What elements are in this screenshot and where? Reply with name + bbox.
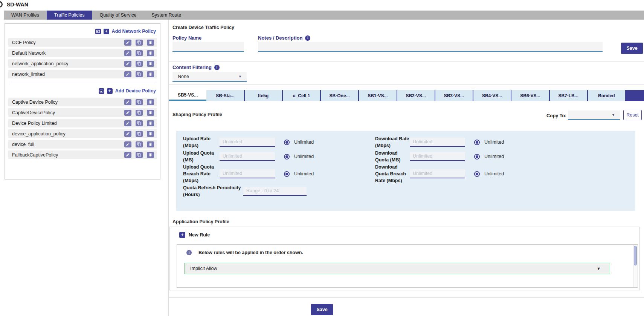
info-icon[interactable]: i	[214, 65, 220, 70]
edit-icon[interactable]	[124, 152, 131, 158]
copy-icon[interactable]	[136, 131, 143, 137]
wan-tab-ucell1[interactable]: u_Cell 1	[283, 90, 321, 101]
download-quota-breach-unlimited-option[interactable]: Unlimited	[474, 171, 504, 177]
download-quota-unlimited-option[interactable]: Unlimited	[474, 154, 504, 160]
device-policy-row[interactable]: Device Policy Limited	[8, 119, 157, 127]
radio-selected-icon[interactable]	[284, 171, 290, 177]
download-quota-breach-input[interactable]	[410, 169, 465, 178]
wan-tab-bonded[interactable]: Bonded	[588, 90, 626, 101]
upload-quota-breach-input[interactable]	[220, 169, 275, 178]
network-policy-row[interactable]: CCF Policy	[8, 38, 157, 47]
device-policy-row[interactable]: device_full	[8, 140, 157, 149]
wan-tab-sbsta[interactable]: SB-Sta...	[206, 90, 244, 101]
upload-rate-input[interactable]	[220, 138, 275, 147]
delete-icon[interactable]	[147, 141, 154, 147]
download-quota-input[interactable]	[410, 152, 465, 161]
device-policy-row[interactable]: CaptiveDevicePolicy	[8, 108, 157, 117]
delete-icon[interactable]	[147, 50, 154, 56]
add-network-policy[interactable]: + Add Network Policy	[8, 28, 156, 35]
network-policy-row[interactable]: network_limited	[8, 70, 157, 78]
import-device-policy-button[interactable]	[99, 88, 104, 94]
save-button-top[interactable]: Save	[621, 43, 643, 54]
edit-icon[interactable]	[124, 120, 131, 126]
copy-icon[interactable]	[136, 110, 143, 116]
edit-icon[interactable]	[124, 110, 131, 116]
save-button-bottom[interactable]: Save	[311, 304, 333, 315]
wan-tab-sb1[interactable]: SB1-VS...	[359, 90, 397, 101]
wan-tab-sb3[interactable]: SB3-VS...	[435, 90, 473, 101]
edit-icon[interactable]	[124, 40, 131, 46]
wan-tab-sb7[interactable]: SB7-LB...	[550, 90, 588, 101]
scrollbar-thumb[interactable]	[634, 246, 637, 265]
add-device-plus-button[interactable]: +	[107, 88, 113, 94]
new-rule-label[interactable]: New Rule	[189, 232, 210, 238]
edit-icon[interactable]	[124, 71, 131, 77]
wan-tab-sb4[interactable]: SB4-VS...	[473, 90, 511, 101]
upload-quota-input[interactable]	[220, 152, 275, 161]
tab-system-route[interactable]: System Route	[144, 11, 189, 20]
add-network-plus-button[interactable]: +	[104, 29, 109, 34]
delete-icon[interactable]	[147, 120, 154, 126]
notes-input[interactable]	[258, 42, 603, 52]
implicit-allow-select[interactable]: Implicit Allow ▼	[185, 263, 610, 274]
upload-quota-unlimited-option[interactable]: Unlimited	[284, 154, 314, 160]
edit-icon[interactable]	[124, 50, 131, 56]
network-policy-row[interactable]: network_application_policy	[8, 59, 157, 68]
wan-tab-sbone[interactable]: SB-One...	[321, 90, 359, 101]
copy-icon[interactable]	[136, 99, 143, 105]
wan-tab-sb2[interactable]: SB2-VS...	[397, 90, 435, 101]
quota-refresh-input[interactable]	[243, 187, 307, 196]
tab-traffic-policies[interactable]: Traffic Policies	[47, 11, 92, 20]
device-policy-row[interactable]: device_application_policy	[8, 129, 157, 138]
wan-tab-lte5g[interactable]: lte5g	[245, 90, 283, 101]
delete-icon[interactable]	[147, 71, 154, 77]
device-policy-row[interactable]: FallbackCaptivePolicy	[8, 150, 157, 159]
radio-selected-icon[interactable]	[474, 171, 480, 177]
upload-quota-breach-unlimited-option[interactable]: Unlimited	[284, 171, 314, 177]
edit-icon[interactable]	[124, 141, 131, 147]
info-icon[interactable]: i	[305, 35, 310, 41]
radio-selected-icon[interactable]	[474, 140, 480, 145]
delete-icon[interactable]	[147, 131, 154, 137]
edit-icon[interactable]	[124, 131, 131, 137]
policy-name-input[interactable]	[172, 42, 244, 52]
delete-icon[interactable]	[147, 99, 154, 105]
new-rule-button[interactable]: + New Rule	[179, 232, 210, 238]
delete-icon[interactable]	[147, 152, 154, 158]
rules-scrollbar[interactable]	[633, 245, 637, 287]
wan-tab-overflow-button[interactable]	[626, 90, 644, 101]
copy-icon[interactable]	[136, 120, 143, 126]
edit-icon[interactable]	[124, 99, 131, 105]
delete-icon[interactable]	[147, 110, 154, 116]
new-rule-plus-button[interactable]: +	[179, 232, 185, 238]
download-rate-unlimited-option[interactable]: Unlimited	[474, 140, 504, 145]
radio-selected-icon[interactable]	[284, 154, 290, 160]
import-network-policy-button[interactable]	[95, 29, 101, 34]
wan-tab-sb5[interactable]: SB5-VS...	[169, 90, 206, 101]
add-device-policy[interactable]: + Add Device Policy	[8, 87, 156, 95]
delete-icon[interactable]	[147, 61, 154, 67]
tab-wan-profiles[interactable]: WAN Profiles	[4, 11, 47, 20]
reset-button[interactable]: Reset	[623, 110, 642, 120]
copy-to-select[interactable]: ▼	[568, 110, 620, 120]
radio-selected-icon[interactable]	[284, 140, 290, 145]
add-network-policy-label[interactable]: Add Network Policy	[112, 29, 156, 34]
copy-icon[interactable]	[136, 61, 143, 67]
copy-icon[interactable]	[136, 50, 143, 56]
copy-icon[interactable]	[136, 152, 143, 158]
delete-icon[interactable]	[147, 40, 154, 46]
add-device-policy-label[interactable]: Add Device Policy	[115, 88, 156, 94]
copy-icon[interactable]	[136, 40, 143, 46]
content-filtering-select[interactable]: None ▼	[172, 72, 247, 82]
tab-quality-of-service[interactable]: Quality of Service	[92, 11, 144, 20]
wan-tab-sb6[interactable]: SB6-VS...	[511, 90, 549, 101]
download-rate-input[interactable]	[410, 138, 465, 147]
network-policy-row[interactable]: Default Network	[8, 49, 157, 57]
copy-icon[interactable]	[136, 71, 143, 77]
device-policy-row[interactable]: Captive Device Policy	[8, 98, 157, 106]
edit-icon[interactable]	[124, 61, 131, 67]
radio-selected-icon[interactable]	[474, 154, 480, 160]
copy-icon[interactable]	[136, 141, 143, 147]
upload-rate-unlimited-option[interactable]: Unlimited	[284, 140, 314, 145]
upload-quota-row: Upload Quota (MB) Unlimited	[183, 149, 314, 164]
